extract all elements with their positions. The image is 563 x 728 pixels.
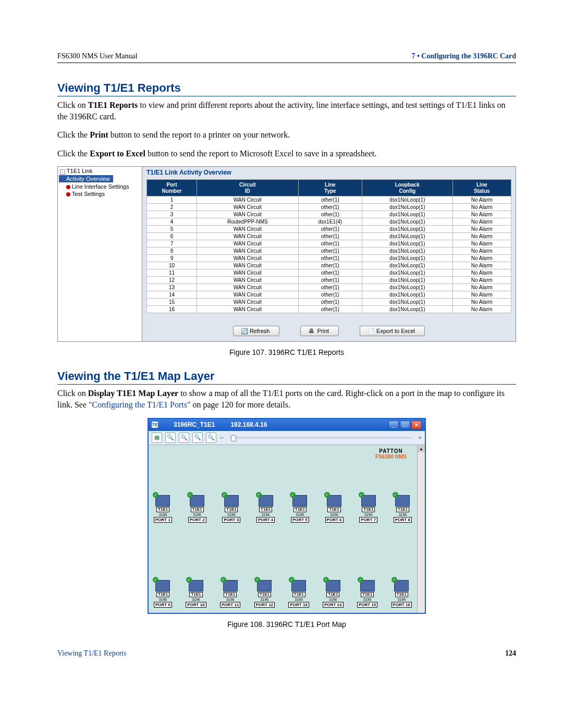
cell-status: No Alarm: [452, 226, 511, 233]
table-row[interactable]: 1WAN Circuitother(1)dsx1NoLoop(1)No Alar…: [147, 196, 511, 204]
collapse-icon[interactable]: -: [60, 169, 65, 175]
refresh-button[interactable]: 🔄Refresh: [233, 326, 280, 336]
table-row[interactable]: 9WAN Circuitother(1)dsx1NoLoop(1)No Alar…: [147, 255, 511, 262]
table-row[interactable]: 10WAN Circuitother(1)dsx1NoLoop(1)No Ala…: [147, 262, 511, 269]
port-port-12[interactable]: ✓T1E13196PORT 12: [254, 580, 275, 608]
scroll-up-icon[interactable]: ▲: [418, 445, 425, 452]
port-port-2[interactable]: ✓T1E13196PORT 2: [188, 495, 206, 523]
map-window: TE 3196RC_T1E1 192.168.4.16 _ □ × ▦ 🔍 🔍 …: [148, 418, 426, 614]
port-sub-label: 3196: [226, 598, 235, 601]
map-titlebar: TE 3196RC_T1E1 192.168.4.16 _ □ ×: [149, 419, 425, 431]
cell-circuit: WAN Circuit: [197, 226, 298, 233]
cell-port: 3: [147, 211, 197, 218]
zoom-in-icon[interactable]: 🔍: [165, 433, 176, 443]
tree-item-test-settings[interactable]: Test Settings: [59, 190, 141, 198]
report-table: PortNumber CircuitID LineType LoopbackCo…: [146, 179, 511, 313]
map-toolbar: ▦ 🔍 🔍 🔍 🔍 − +: [149, 431, 425, 445]
table-row[interactable]: 8WAN Circuitother(1)dsx1NoLoop(1)No Alar…: [147, 248, 511, 255]
col-line-status: LineStatus: [452, 180, 511, 196]
port-sub-label: 3196: [159, 513, 167, 516]
cell-circuit: WAN Circuit: [197, 277, 298, 284]
cell-line: other(1): [298, 226, 362, 233]
table-row[interactable]: 2WAN Circuitother(1)dsx1NoLoop(1)No Alar…: [147, 204, 511, 211]
section-title-map: Viewing the T1/E1 Map Layer: [57, 369, 516, 385]
minus-icon: −: [219, 434, 224, 442]
tree-root[interactable]: - T1E1 Link: [59, 168, 141, 175]
vertical-scrollbar[interactable]: ▲: [417, 445, 425, 613]
tool-icon-1[interactable]: ▦: [152, 433, 162, 443]
port-port-13[interactable]: ✓T1E13196PORT 13: [288, 580, 309, 608]
zoom-thumb[interactable]: [231, 435, 236, 441]
export-button[interactable]: 📄Export to Excel: [360, 326, 425, 336]
status-ok-icon: ✓: [324, 492, 330, 498]
cell-circuit: WAN Circuit: [197, 291, 298, 299]
cell-loop: dsx1NoLoop(1): [362, 240, 453, 248]
port-port-3[interactable]: ✓T1E13196PORT 3: [222, 495, 240, 523]
cell-line: other(1): [298, 233, 362, 240]
port-icon: ✓: [394, 580, 409, 591]
port-icon: ✓: [259, 495, 273, 507]
cell-circuit: WAN Circuit: [197, 299, 298, 306]
port-port-11[interactable]: ✓T1E13196PORT 11: [220, 580, 240, 608]
table-row[interactable]: 14WAN Circuitother(1)dsx1NoLoop(1)No Ala…: [147, 291, 511, 299]
zoom-reset-icon[interactable]: 🔍: [192, 433, 203, 443]
cell-loop: dsx1NoLoop(1): [362, 233, 453, 240]
cell-port: 15: [147, 299, 197, 306]
cell-circuit: RoutedPPP-NMS: [197, 218, 298, 226]
table-row[interactable]: 13WAN Circuitother(1)dsx1NoLoop(1)No Ala…: [147, 284, 511, 291]
port-number-label: PORT 3: [222, 517, 240, 523]
cell-loop: dsx1NoLoop(1): [362, 204, 453, 211]
cell-circuit: WAN Circuit: [197, 255, 298, 262]
table-row[interactable]: 4RoutedPPP-NMSdsx1E1(4)dsx1NoLoop(1)No A…: [147, 218, 511, 226]
port-port-10[interactable]: ✓T1E13196PORT 10: [186, 580, 206, 608]
port-icon: ✓: [155, 495, 170, 507]
cell-status: No Alarm: [452, 291, 511, 299]
cell-line: other(1): [298, 240, 362, 248]
cell-circuit: WAN Circuit: [197, 269, 298, 277]
zoom-fit-icon[interactable]: 🔍: [206, 433, 216, 443]
table-row[interactable]: 7WAN Circuitother(1)dsx1NoLoop(1)No Alar…: [147, 240, 511, 248]
port-port-14[interactable]: ✓T1E13196PORT 14: [323, 580, 343, 608]
port-port-6[interactable]: ✓T1E13196PORT 6: [325, 495, 344, 523]
cell-line: other(1): [298, 196, 362, 204]
table-row[interactable]: 11WAN Circuitother(1)dsx1NoLoop(1)No Ala…: [147, 269, 511, 277]
maximize-button[interactable]: □: [400, 421, 410, 429]
close-button[interactable]: ×: [411, 421, 422, 429]
tree-item-activity[interactable]: Activity Overview: [59, 175, 141, 183]
minimize-button[interactable]: _: [388, 421, 399, 429]
cell-port: 6: [147, 233, 197, 240]
table-row[interactable]: 6WAN Circuitother(1)dsx1NoLoop(1)No Alar…: [147, 233, 511, 240]
tree-item-line-interface[interactable]: Line Interface Settings: [59, 183, 141, 190]
table-row[interactable]: 5WAN Circuitother(1)dsx1NoLoop(1)No Alar…: [147, 226, 511, 233]
table-row[interactable]: 12WAN Circuitother(1)dsx1NoLoop(1)No Ala…: [147, 277, 511, 284]
port-port-4[interactable]: ✓T1E13196PORT 4: [256, 495, 275, 523]
table-row[interactable]: 16WAN Circuitother(1)dsx1NoLoop(1)No Ala…: [147, 306, 511, 313]
port-port-16[interactable]: ✓T1E13196PORT 16: [391, 580, 412, 608]
bullet-icon: [66, 192, 70, 196]
table-row[interactable]: 3WAN Circuitother(1)dsx1NoLoop(1)No Alar…: [147, 211, 511, 218]
port-icon: ✓: [292, 495, 307, 507]
zoom-slider[interactable]: [230, 437, 412, 439]
cell-line: other(1): [298, 262, 362, 269]
port-port-5[interactable]: ✓T1E13196PORT 5: [291, 495, 309, 523]
table-row[interactable]: 15WAN Circuitother(1)dsx1NoLoop(1)No Ala…: [147, 299, 511, 306]
port-port-1[interactable]: ✓T1E13196PORT 1: [154, 495, 172, 523]
excel-icon: 📄: [368, 328, 374, 334]
port-number-label: PORT 2: [188, 517, 206, 523]
port-port-9[interactable]: ✓T1E13196PORT 9: [154, 580, 172, 608]
port-port-15[interactable]: ✓T1E13196PORT 15: [357, 580, 377, 608]
port-sub-label: 3196: [261, 598, 269, 601]
print-button[interactable]: 🖶Print: [300, 326, 339, 336]
print-icon: 🖶: [308, 328, 314, 334]
cell-status: No Alarm: [452, 277, 511, 284]
status-ok-icon: ✓: [393, 492, 398, 498]
para-1: Click on T1E1 Reports to view and print …: [57, 100, 516, 122]
status-ok-icon: ✓: [222, 492, 227, 498]
cell-port: 11: [147, 269, 197, 277]
link-configuring-ports[interactable]: "Configuring the T1/E1 Ports": [89, 400, 190, 409]
zoom-out-icon[interactable]: 🔍: [179, 433, 189, 443]
port-port-8[interactable]: ✓T1E13196PORT 8: [394, 495, 412, 523]
port-t1e1-label: T1E1: [189, 592, 202, 597]
port-t1e1-label: T1E1: [156, 507, 169, 512]
port-port-7[interactable]: ✓T1E13196PORT 7: [359, 495, 377, 523]
